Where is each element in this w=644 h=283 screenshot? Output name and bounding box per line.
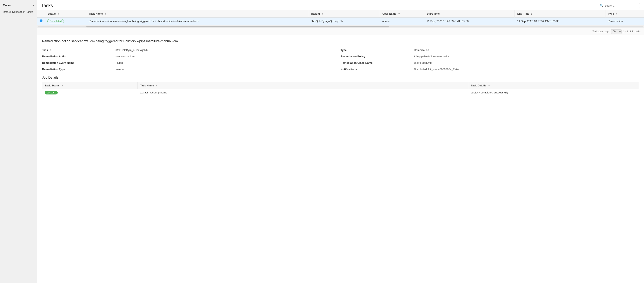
job-table-row: success extract_action_params subtask co…	[42, 89, 639, 96]
remediation-type-label: Remediation Type	[42, 66, 112, 72]
type-label: Type	[341, 47, 411, 53]
main-header: Tasks 🔍	[37, 0, 644, 10]
row-start-time: 11 Sep, 2023 18:26:33 GMT+05:30	[426, 20, 468, 23]
type-filter-icon[interactable]: ▼	[616, 12, 618, 15]
job-row-task-details-cell: subtask completed successfully	[468, 89, 639, 96]
notifications-value[interactable]: DistributedUnit_uiopa3000206a_Failed	[411, 66, 639, 72]
job-row-status-cell: success	[42, 89, 137, 96]
job-col-status-label: Task Status	[45, 84, 60, 87]
detail-section: Remediation action servicenow_lcm being …	[37, 35, 644, 283]
remediation-class-name-value: DistributedUnit	[411, 60, 639, 66]
row-end-time-cell: 11 Sep, 2023 18:27:54 GMT+05:30	[515, 18, 606, 25]
selected-indicator	[40, 20, 42, 22]
job-details-title: Job Details	[42, 76, 639, 80]
table-header-row: Status ▼ Task Name ▼ Task Id ▼ User Name…	[37, 10, 644, 18]
remediation-action-value: servicenow_lcm	[112, 53, 341, 60]
per-page-select[interactable]: 50 25 100	[611, 29, 622, 34]
col-indicator	[37, 10, 45, 18]
job-col-status[interactable]: Task Status ▼	[42, 82, 137, 89]
row-end-time: 11 Sep, 2023 18:27:54 GMT+05:30	[517, 20, 559, 23]
remediation-class-name-label: Remediation Class Name	[341, 60, 411, 66]
col-task-name[interactable]: Task Name ▼	[86, 10, 308, 18]
row-user-name-cell: admin	[380, 18, 424, 25]
sidebar-tasks-header[interactable]: Tasks ▾	[0, 2, 37, 9]
remediation-policy-label: Remediation Policy	[341, 53, 411, 60]
sidebar-item-label: Default Notification Tasks	[3, 10, 33, 14]
row-user-name: admin	[382, 20, 390, 23]
row-start-time-cell: 11 Sep, 2023 18:26:33 GMT+05:30	[424, 18, 515, 25]
row-status-cell: Completed	[45, 18, 86, 25]
remediation-event-name-value: Failed	[112, 60, 341, 66]
horizontal-scrollbar[interactable]	[37, 25, 644, 28]
col-start-time[interactable]: Start Time	[424, 10, 515, 18]
col-type-label: Type	[608, 12, 614, 15]
job-table: Task Status ▼ Task Name ▼ Task Details ▼	[42, 82, 639, 96]
pagination-range: 1 - 1 of 54 tasks	[623, 30, 641, 33]
main-content: Tasks 🔍 Status ▼ Task Name ▼	[37, 0, 644, 283]
scrollbar-thumb[interactable]	[86, 26, 389, 28]
col-user-name[interactable]: User Name ▼	[380, 10, 424, 18]
notifications-label: Notifications	[341, 66, 411, 72]
job-col-task-name-label: Task Name	[140, 84, 154, 87]
tasks-per-page-label: Tasks per page	[592, 30, 609, 33]
col-user-name-label: User Name	[382, 12, 396, 15]
remediation-action-label: Remediation Action	[42, 53, 112, 60]
sidebar: Tasks ▾ Default Notification Tasks	[0, 0, 37, 283]
page-title: Tasks	[41, 3, 53, 8]
type-value: Remediation	[411, 47, 639, 53]
job-status-filter-icon[interactable]: ▼	[61, 84, 64, 87]
col-status-label: Status	[48, 12, 56, 15]
chevron-down-icon: ▾	[33, 4, 34, 7]
row-type-cell: Remediation	[606, 18, 644, 25]
job-details-section: Job Details Task Status ▼ Task Name ▼	[42, 76, 639, 96]
job-row-task-name-cell: extract_action_params	[137, 89, 468, 96]
sidebar-tasks-label: Tasks	[3, 4, 11, 7]
col-type[interactable]: Type ▼	[606, 10, 644, 18]
remediation-type-value: manual	[112, 66, 341, 72]
col-task-name-label: Task Name	[89, 12, 103, 15]
job-task-name-filter-icon[interactable]: ▼	[156, 84, 158, 87]
task-id-label: Task ID	[42, 47, 112, 53]
job-status-badge: success	[45, 91, 58, 94]
search-icon: 🔍	[600, 4, 604, 7]
user-name-filter-icon[interactable]: ▼	[398, 12, 400, 15]
col-end-time[interactable]: End Time ↓	[515, 10, 606, 18]
job-col-task-details[interactable]: Task Details ▼	[468, 82, 639, 89]
pagination-bar: Tasks per page 50 25 100 1 - 1 of 54 tas…	[37, 28, 644, 35]
task-id-value: 0MxQhloBym_nQhxVqdRh	[112, 47, 341, 53]
remediation-policy-value[interactable]: k2k-pipelinefailure-manual-lcm	[411, 53, 639, 60]
remediation-event-name-label: Remediation Event Name	[42, 60, 112, 66]
col-end-time-label: End Time	[517, 12, 529, 15]
row-task-id-cell: 0MxQhloBym_nQhxVqdRh	[308, 18, 380, 25]
job-table-container: Task Status ▼ Task Name ▼ Task Details ▼	[42, 82, 639, 96]
task-name-filter-icon[interactable]: ▼	[104, 12, 106, 15]
row-task-name-cell: Remediation action servicenow_lcm being …	[86, 18, 308, 25]
status-badge: Completed	[48, 19, 64, 23]
row-indicator-cell	[37, 18, 45, 25]
sidebar-item-default-notification-tasks[interactable]: Default Notification Tasks	[0, 9, 37, 15]
detail-fields: Task ID 0MxQhloBym_nQhxVqdRh Type Remedi…	[42, 47, 639, 72]
table-row[interactable]: Completed Remediation action servicenow_…	[37, 18, 644, 25]
row-type: Remediation	[608, 20, 623, 23]
job-col-task-details-label: Task Details	[471, 84, 486, 87]
task-id-filter-icon[interactable]: ▼	[322, 12, 324, 15]
col-task-id-label: Task Id	[311, 12, 320, 15]
col-task-id[interactable]: Task Id ▼	[308, 10, 380, 18]
col-status[interactable]: Status ▼	[45, 10, 86, 18]
detail-title: Remediation action servicenow_lcm being …	[42, 40, 639, 43]
tasks-table-container: Status ▼ Task Name ▼ Task Id ▼ User Name…	[37, 10, 644, 25]
tasks-table: Status ▼ Task Name ▼ Task Id ▼ User Name…	[37, 10, 644, 25]
job-row-task-name: extract_action_params	[140, 91, 167, 94]
remediation-policy-link[interactable]: k2k-pipelinefailure-manual-lcm	[414, 55, 450, 58]
job-row-task-details: subtask completed successfully	[471, 91, 508, 94]
row-task-name: Remediation action servicenow_lcm being …	[89, 20, 199, 23]
job-col-task-name[interactable]: Task Name ▼	[137, 82, 468, 89]
row-task-id: 0MxQhloBym_nQhxVqdRh	[311, 20, 343, 23]
end-time-sort-icon[interactable]: ↓	[531, 12, 532, 15]
search-input[interactable]	[604, 4, 638, 7]
scrollbar-track	[38, 26, 643, 28]
notifications-link[interactable]: DistributedUnit_uiopa3000206a_Failed	[414, 68, 460, 71]
job-task-details-filter-icon[interactable]: ▼	[488, 84, 490, 87]
search-box[interactable]: 🔍	[598, 3, 640, 8]
status-filter-icon[interactable]: ▼	[57, 12, 60, 15]
